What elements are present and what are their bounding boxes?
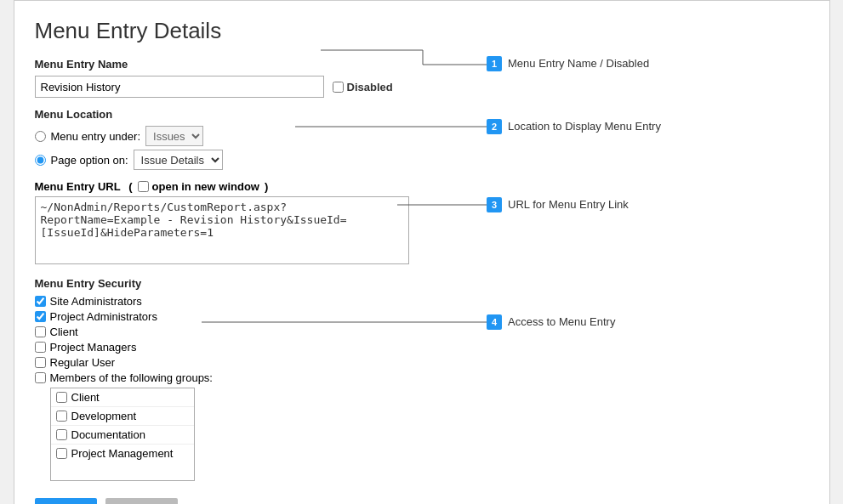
group-client-checkbox[interactable]: [56, 392, 67, 403]
group-item-development: Development: [51, 407, 194, 426]
group-project-management-label: Project Management: [71, 447, 174, 460]
group-item-project-management: Project Management: [51, 445, 194, 462]
menu-entry-under-row: Menu entry under: Issues: [35, 126, 809, 146]
url-paren-open: (: [126, 180, 133, 193]
menu-entry-under-select[interactable]: Issues: [145, 126, 203, 146]
page-option-on-text: Page option on:: [51, 154, 128, 167]
security-item-4: Regular User: [35, 356, 809, 369]
group-documentation-label: Documentation: [71, 428, 145, 441]
open-new-window-text: open in new window: [152, 180, 259, 193]
client-checkbox[interactable]: [35, 326, 46, 337]
open-new-window-label[interactable]: open in new window: [138, 180, 259, 193]
entry-name-row: Disabled: [35, 76, 809, 98]
project-admins-label: Project Administrators: [50, 310, 157, 323]
group-item-documentation: Documentation: [51, 426, 194, 445]
url-textarea[interactable]: ~/NonAdmin/Reports/CustomReport.aspx?Rep…: [35, 196, 409, 264]
client-label: Client: [50, 326, 78, 338]
page-option-on-radio[interactable]: [35, 155, 46, 166]
project-admins-checkbox[interactable]: [35, 311, 46, 322]
security-item-5: Members of the following groups:: [35, 371, 809, 384]
entry-name-input[interactable]: [35, 76, 324, 98]
security-item-2: Client: [35, 326, 809, 338]
group-client-label: Client: [71, 391, 100, 404]
main-content: Menu Entry Details Menu Entry Name Disab…: [35, 18, 809, 504]
disabled-label: Disabled: [347, 81, 393, 93]
group-project-management-checkbox[interactable]: [56, 448, 67, 459]
security-label: Menu Entry Security: [35, 277, 809, 290]
security-item-1: Project Administrators: [35, 310, 809, 323]
members-groups-label: Members of the following groups:: [50, 371, 213, 384]
group-development-label: Development: [71, 410, 137, 422]
open-new-window-checkbox[interactable]: [138, 181, 149, 192]
save-button[interactable]: Save: [35, 498, 98, 504]
menu-entry-under-radio[interactable]: [35, 131, 46, 142]
cancel-button[interactable]: Cancel: [105, 498, 177, 504]
entry-name-label: Menu Entry Name: [35, 58, 809, 71]
group-item-client: Client: [51, 388, 194, 407]
page-title: Menu Entry Details: [35, 18, 809, 44]
site-admins-checkbox[interactable]: [35, 296, 46, 307]
site-admins-label: Site Administrators: [50, 295, 142, 308]
group-development-checkbox[interactable]: [56, 411, 67, 422]
group-documentation-checkbox[interactable]: [56, 429, 67, 440]
security-item-3: Project Managers: [35, 341, 809, 354]
menu-entry-under-text: Menu entry under:: [51, 130, 141, 143]
url-paren-close: ): [265, 180, 268, 193]
menu-location-label: Menu Location: [35, 108, 809, 121]
page-option-on-select[interactable]: Issue Details: [134, 150, 223, 170]
regular-user-label: Regular User: [50, 356, 116, 369]
security-section: Menu Entry Security Site Administrators …: [35, 277, 809, 481]
menu-url-section-label: Menu Entry URL ( open in new window ): [35, 180, 809, 193]
page-container: Menu Entry Details Menu Entry Name Disab…: [14, 0, 830, 504]
disabled-checkbox[interactable]: [333, 82, 344, 93]
project-managers-checkbox[interactable]: [35, 342, 46, 353]
security-item-0: Site Administrators: [35, 295, 809, 308]
footer-buttons: Save Cancel: [35, 498, 809, 504]
members-groups-checkbox[interactable]: [35, 372, 46, 383]
page-option-on-row: Page option on: Issue Details: [35, 150, 809, 170]
disabled-checkbox-label[interactable]: Disabled: [333, 81, 393, 93]
regular-user-checkbox[interactable]: [35, 357, 46, 368]
groups-list[interactable]: Client Development Documentation Project…: [50, 388, 195, 481]
project-managers-label: Project Managers: [50, 341, 137, 354]
menu-url-label: Menu Entry URL: [35, 180, 121, 193]
